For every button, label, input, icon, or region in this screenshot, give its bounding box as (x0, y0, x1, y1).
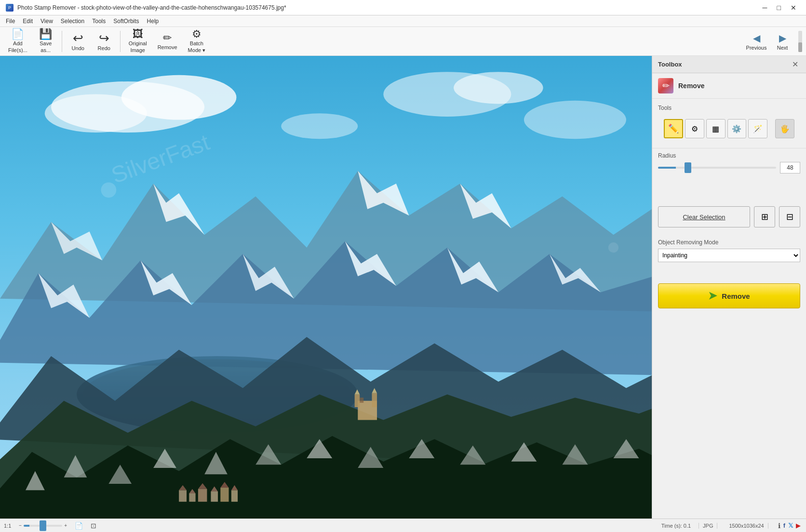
tools-section: Tools ✏️ ⚙ ▦ ⚙️ � (652, 99, 806, 148)
undo-label: Undo (72, 45, 84, 51)
menu-edit[interactable]: Edit (19, 17, 37, 26)
image-canvas: SilverFast (0, 56, 652, 519)
status-size: 1500x1036x24 (725, 523, 768, 529)
app-icon: P (6, 4, 13, 12)
save-as-icon: 💾 (39, 29, 52, 40)
status-time: Time (s): 0.1 (661, 523, 691, 529)
menu-softorbits[interactable]: SoftOrbits (109, 17, 143, 26)
svg-rect-11 (189, 493, 195, 502)
main-content: SilverFast Toolbox ✕ ✏ Remove Tools (0, 56, 806, 519)
mode-section: Object Removing Mode Inpainting Content-… (652, 233, 806, 268)
remove-button-section: ➤ Remove (652, 278, 806, 316)
spacer-2 (652, 268, 806, 278)
batch-mode-icon: ⚙ (192, 29, 202, 40)
svg-rect-27 (360, 398, 363, 403)
save-as-button[interactable]: 💾 Saveas... (34, 29, 58, 54)
radius-value: 48 (780, 162, 800, 173)
menu-view[interactable]: View (37, 17, 57, 26)
stamp-tool-button[interactable]: 🖐 (775, 119, 794, 138)
redo-icon: ↪ (99, 32, 109, 44)
mode-select[interactable]: Inpainting Content-Aware Fill Simple (658, 249, 800, 262)
navigation-buttons: ◀ Previous ▶ Next (744, 29, 802, 54)
spacer-1 (652, 181, 806, 200)
previous-arrow-icon: ◀ (753, 32, 760, 44)
nav-scrollbar-thumb (798, 42, 802, 52)
batch-mode-label: BatchMode ▾ (188, 40, 206, 53)
radius-slider-container (658, 163, 776, 173)
redo-button[interactable]: ↪ Redo (92, 29, 116, 54)
minimize-button[interactable]: ─ (759, 3, 771, 13)
rect-select-icon: ▦ (712, 124, 719, 133)
svg-point-3 (45, 94, 147, 133)
eraser-tool-button[interactable]: ⚙ (685, 119, 704, 138)
svg-rect-13 (211, 492, 218, 502)
svg-rect-23 (355, 395, 360, 408)
remove-section-title: Remove (678, 82, 704, 90)
next-button[interactable]: ▶ Next (770, 29, 794, 54)
status-icons: ℹ f 𝕏 ▶ (776, 522, 802, 530)
status-zoom: 1:1 (4, 523, 11, 529)
twitter-icon[interactable]: 𝕏 (788, 522, 793, 529)
remove-button-icon: ➤ (708, 290, 717, 302)
toolbox-close-button[interactable]: ✕ (790, 60, 800, 69)
selection-area: Clear Selection ⊞ ⊟ (652, 200, 806, 233)
magic-wand-tool-button[interactable]: 🪄 (748, 119, 767, 138)
svg-point-5 (454, 72, 543, 104)
original-image-label: OriginalImage (129, 40, 147, 53)
select-full-button[interactable]: ⊞ (754, 206, 775, 227)
select-region-button[interactable]: ⊟ (779, 206, 800, 227)
zoom-range-slider[interactable] (24, 525, 62, 527)
menu-file[interactable]: File (2, 17, 19, 26)
zoom-in-icon[interactable]: + (64, 523, 67, 528)
window-title: Photo Stamp Remover - stock-photo-view-o… (17, 4, 286, 11)
svg-point-29 (101, 182, 116, 198)
svg-rect-14 (220, 488, 228, 502)
fit-icon: ⊡ (91, 522, 96, 530)
original-image-button[interactable]: 🖼 OriginalImage (124, 29, 151, 54)
original-image-icon: 🖼 (133, 29, 143, 40)
rect-select-tool-button[interactable]: ▦ (706, 119, 725, 138)
remove-toolbar-icon: ✏ (163, 33, 172, 43)
undo-icon: ↩ (73, 32, 83, 44)
tools-label: Tools (658, 105, 800, 111)
brush-icon: ✏️ (668, 123, 679, 134)
settings-icon: ⚙️ (732, 124, 741, 133)
eraser-icon: ⚙ (691, 124, 698, 133)
youtube-icon[interactable]: ▶ (796, 522, 800, 529)
radius-slider[interactable] (658, 167, 776, 169)
close-button[interactable]: ✕ (787, 3, 800, 13)
info-icon[interactable]: ℹ (778, 522, 780, 530)
title-bar: P Photo Stamp Remover - stock-photo-view… (0, 0, 806, 15)
maximize-button[interactable]: □ (773, 3, 785, 13)
menu-tools[interactable]: Tools (88, 17, 109, 26)
toolbox-header: Toolbox ✕ (652, 56, 806, 73)
remove-toolbar-label: Remove (158, 44, 177, 50)
zoom-slider-area: − + (19, 523, 67, 528)
menu-help[interactable]: Help (143, 17, 163, 26)
radius-label: Radius (658, 152, 800, 159)
zoom-out-icon[interactable]: − (19, 523, 22, 528)
remove-button[interactable]: ➤ Remove (658, 283, 800, 308)
nav-scrollbar (798, 31, 802, 52)
batch-mode-button[interactable]: ⚙ BatchMode ▾ (184, 29, 210, 54)
remove-icon-symbol: ✏ (662, 80, 670, 91)
tools-row: ✏️ ⚙ ▦ ⚙️ 🪄 (658, 115, 800, 142)
toolbar-separator-2 (120, 31, 121, 52)
previous-button[interactable]: ◀ Previous (744, 29, 768, 54)
settings-tool-button[interactable]: ⚙️ (727, 119, 747, 138)
image-area[interactable]: SilverFast (0, 56, 652, 519)
undo-button[interactable]: ↩ Undo (66, 29, 90, 54)
facebook-icon[interactable]: f (783, 522, 785, 529)
menu-selection[interactable]: Selection (57, 17, 88, 26)
remove-icon: ✏ (658, 78, 673, 93)
remove-toolbar-button[interactable]: ✏ Remove (153, 29, 182, 54)
status-bar: 1:1 − + 📄 ⊡ Time (s): 0.1 JPG 1500x1036x… (0, 519, 806, 532)
page-icon: 📄 (75, 522, 83, 530)
stamp-icon: 🖐 (780, 124, 790, 133)
magic-wand-icon: 🪄 (753, 124, 763, 133)
add-files-button[interactable]: 📄 AddFile(s)... (4, 29, 32, 54)
svg-point-6 (524, 101, 626, 139)
add-files-label: AddFile(s)... (8, 40, 27, 53)
brush-tool-button[interactable]: ✏️ (664, 119, 683, 138)
clear-selection-button[interactable]: Clear Selection (658, 206, 750, 227)
